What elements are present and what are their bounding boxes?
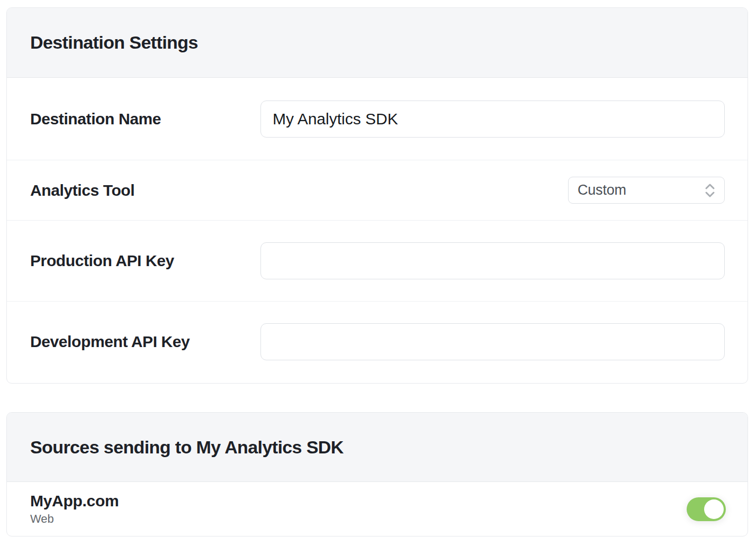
source-info: MyApp.com Web (30, 492, 119, 525)
development-api-key-label: Development API Key (30, 333, 190, 351)
sources-header: Sources sending to My Analytics SDK (7, 413, 748, 482)
form-row-analytics-tool: Analytics Tool Custom (7, 160, 748, 220)
source-type: Web (30, 513, 119, 525)
source-row-myapp: MyApp.com Web (7, 482, 748, 536)
destination-name-label: Destination Name (30, 110, 161, 128)
form-row-destination-name: Destination Name (7, 78, 748, 160)
destination-settings-card: Destination Settings Destination Name An… (6, 7, 748, 384)
development-api-key-input[interactable] (260, 323, 725, 360)
analytics-tool-select[interactable]: Custom (568, 177, 725, 204)
source-enabled-toggle[interactable] (687, 497, 726, 521)
form-row-production-api-key: Production API Key (7, 220, 748, 301)
production-api-key-label: Production API Key (30, 252, 174, 270)
production-api-key-input[interactable] (260, 242, 725, 279)
sources-title: Sources sending to My Analytics SDK (30, 437, 344, 458)
destination-name-input[interactable] (260, 101, 725, 138)
analytics-tool-label: Analytics Tool (30, 181, 134, 199)
analytics-tool-selected-value: Custom (578, 182, 626, 198)
toggle-knob-icon (704, 499, 724, 519)
source-name: MyApp.com (30, 492, 119, 509)
destination-settings-header: Destination Settings (7, 8, 748, 78)
form-row-development-api-key: Development API Key (7, 301, 748, 382)
destination-settings-title: Destination Settings (30, 32, 198, 53)
chevron-up-down-icon (703, 182, 717, 199)
sources-card: Sources sending to My Analytics SDK MyAp… (6, 412, 748, 536)
